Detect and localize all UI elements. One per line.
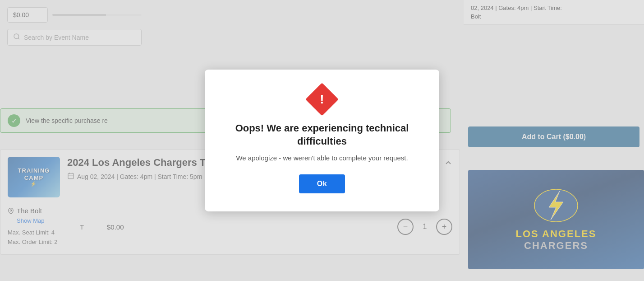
diamond-warning-shape bbox=[305, 83, 339, 116]
modal-warning-icon bbox=[226, 88, 418, 113]
modal-ok-button[interactable]: Ok bbox=[299, 174, 345, 193]
modal-body-text: We apologize - we weren't able to comple… bbox=[226, 154, 418, 162]
error-modal: Oops! We are experiencing technical diff… bbox=[205, 70, 439, 211]
modal-title: Oops! We are experiencing technical diff… bbox=[226, 122, 418, 148]
